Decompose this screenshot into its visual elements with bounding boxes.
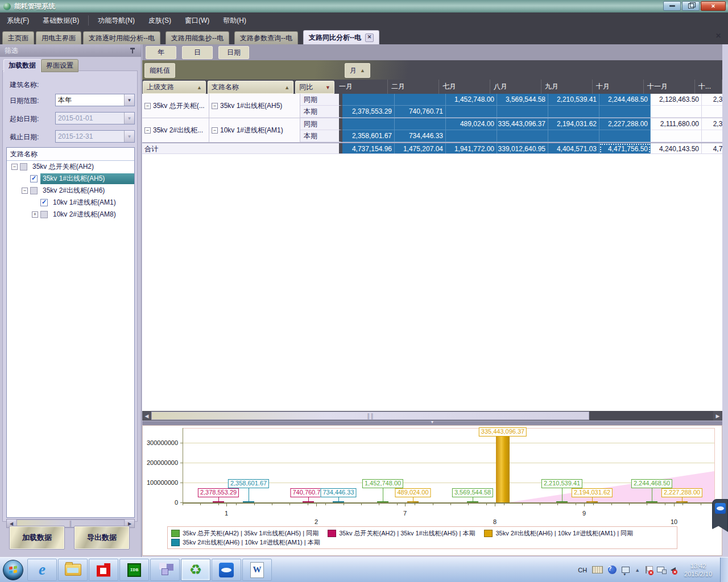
scroll-right-icon[interactable]: ▶: [713, 411, 722, 421]
value-cell[interactable]: 335,443,096.37: [497, 118, 548, 130]
value-cell[interactable]: 489,024.00: [446, 118, 497, 130]
end-date-select[interactable]: 2015-12-31 ▼: [55, 130, 135, 143]
date-range-select[interactable]: 本年 ▼: [55, 94, 135, 106]
value-cell[interactable]: [446, 130, 497, 142]
scroll-left-icon[interactable]: ◀: [142, 411, 151, 421]
tree-item-4[interactable]: 10kv 1#进线柜(AM1): [7, 197, 134, 209]
period-cell[interactable]: 本期: [300, 106, 342, 118]
value-cell[interactable]: 2,38: [702, 94, 722, 106]
value-cell[interactable]: [395, 118, 446, 130]
value-cell[interactable]: [599, 130, 651, 142]
taskbar-button-red-app[interactable]: [89, 559, 118, 581]
tray-action-center-flag-alert-icon[interactable]: ✕: [645, 566, 652, 573]
value-cell[interactable]: 1,452,748.00: [446, 94, 497, 106]
value-cell[interactable]: 2,358,601.67: [342, 130, 395, 142]
month-header-8[interactable]: 十...: [695, 80, 722, 94]
taskbar-button-modeling-app[interactable]: [150, 559, 180, 581]
value-cell[interactable]: [599, 106, 651, 118]
taskbar-clock[interactable]: 13:42 2015/2/10: [681, 562, 715, 578]
value-cell[interactable]: 2,378,553.29: [342, 106, 395, 118]
tray-network-icon[interactable]: [657, 567, 665, 573]
taskbar-button-energy-app[interactable]: ♻: [181, 559, 210, 581]
column-header-1[interactable]: 上级支路▲: [143, 81, 206, 94]
parent-branch-cell[interactable]: −35kv 总开关柜(...: [142, 94, 209, 118]
tree-checkbox[interactable]: [30, 175, 38, 182]
tab-4[interactable]: 支路用能集抄--电: [166, 31, 229, 44]
show-desktop-button[interactable]: [720, 558, 728, 582]
tree-checkbox[interactable]: [20, 163, 27, 171]
value-cell[interactable]: 2,210,539.41: [548, 94, 599, 106]
tree-item-3[interactable]: −35kv 2#出线柜(AH6): [7, 185, 134, 197]
expand-icon[interactable]: +: [32, 211, 38, 218]
collapse-icon[interactable]: −: [212, 103, 218, 109]
tray-window-restore-icon[interactable]: [622, 567, 630, 573]
collapse-icon[interactable]: −: [22, 188, 28, 194]
column-header-3[interactable]: 同比▼: [295, 81, 334, 94]
tree-item-label[interactable]: 35kv 2#出线柜(AH6): [40, 185, 107, 196]
menu-item-6[interactable]: 帮助(H): [216, 13, 253, 28]
pin-icon[interactable]: [130, 47, 135, 54]
month-header-6[interactable]: 十月: [593, 80, 644, 94]
taskbar-button-teamviewer[interactable]: [212, 559, 241, 581]
tree-checkbox[interactable]: [40, 211, 48, 218]
menu-item-5[interactable]: 窗口(W): [178, 13, 216, 28]
tree-item-label[interactable]: 35kv 1#出线柜(AH5): [40, 173, 134, 184]
tree-checkbox[interactable]: [40, 199, 48, 206]
tab-close-icon[interactable]: ✕: [365, 34, 374, 42]
value-cell[interactable]: 2,244,468.50: [599, 94, 651, 106]
tree-checkbox[interactable]: [30, 187, 38, 194]
tab-1[interactable]: 主页面: [2, 31, 34, 44]
period-button-2[interactable]: 日: [182, 46, 213, 59]
collapse-icon[interactable]: −: [11, 164, 18, 170]
tree-item-2[interactable]: 35kv 1#出线柜(AH5): [7, 173, 134, 185]
tab-5[interactable]: 支路参数查询--电: [234, 31, 298, 44]
table-horizontal-scrollbar[interactable]: ◀ ▶: [142, 411, 722, 421]
tabbar-close-icon[interactable]: ✕: [714, 32, 722, 40]
month-header-2[interactable]: 二月: [388, 80, 439, 94]
branch-name-cell[interactable]: −35kv 1#出线柜(AH5): [209, 94, 300, 118]
tab-3[interactable]: 支路逐时用能分析--电: [83, 31, 160, 44]
value-cell[interactable]: [651, 130, 702, 142]
language-indicator[interactable]: CH: [578, 567, 587, 573]
tray-hidden-icons-chevron-icon[interactable]: ▲: [635, 567, 640, 573]
tab-ui-settings[interactable]: 界面设置: [41, 59, 78, 72]
value-cell[interactable]: 2,227,288.00: [599, 118, 651, 130]
value-cell[interactable]: 3,569,544.58: [497, 94, 548, 106]
value-cell[interactable]: [395, 94, 446, 106]
menu-item-4[interactable]: 皮肤(S): [142, 13, 178, 28]
tree-item-5[interactable]: +10kv 2#进线柜(AM8): [7, 209, 134, 221]
tree-item-label[interactable]: 10kv 1#进线柜(AM1): [51, 197, 118, 208]
branch-name-cell[interactable]: −10kv 1#进线柜(AM1): [209, 118, 300, 142]
tree-item-1[interactable]: −35kv 总开关柜(AH2): [7, 161, 134, 173]
tree-item-label[interactable]: 35kv 总开关柜(AH2): [30, 161, 96, 172]
taskbar-button-internet-explorer[interactable]: e: [27, 559, 57, 581]
value-cell[interactable]: [702, 106, 722, 118]
start-button[interactable]: [0, 558, 26, 582]
value-cell[interactable]: 2,128,463.50: [651, 94, 702, 106]
menu-item-2[interactable]: 基础数据(B): [36, 13, 86, 28]
export-data-button[interactable]: 导出数据: [74, 526, 130, 550]
period-cell[interactable]: 同期: [300, 118, 342, 130]
measure-field-button[interactable]: 能耗值: [144, 63, 175, 78]
scrollbar-thumb[interactable]: [151, 411, 589, 420]
value-cell[interactable]: [702, 130, 722, 142]
close-button[interactable]: ✕: [701, 1, 726, 11]
period-button-1[interactable]: 年: [146, 46, 176, 59]
taskbar-button-file-explorer[interactable]: [58, 559, 88, 581]
tray-volume-muted-icon[interactable]: ✕: [671, 567, 676, 573]
column-header-2[interactable]: 支路名称▲: [208, 81, 293, 94]
parent-branch-cell[interactable]: −35kv 2#出线柜...: [142, 118, 209, 142]
taskbar-button-idb-app[interactable]: IDB: [119, 559, 149, 581]
teamviewer-side-tab[interactable]: [712, 499, 728, 532]
value-cell[interactable]: 2,111,680.00: [651, 118, 702, 130]
load-data-button[interactable]: 加载数据: [9, 526, 65, 550]
value-cell[interactable]: [548, 130, 599, 142]
restore-button[interactable]: [682, 1, 700, 11]
minimize-button[interactable]: [663, 1, 681, 11]
tab-6[interactable]: 支路同比分析--电✕: [303, 30, 379, 44]
tray-keyboard-icon[interactable]: [592, 566, 603, 573]
value-cell[interactable]: [342, 94, 395, 106]
tab-load-data[interactable]: 加载数据: [3, 59, 41, 72]
value-cell[interactable]: [548, 106, 599, 118]
month-header-1[interactable]: 一月: [336, 80, 388, 94]
